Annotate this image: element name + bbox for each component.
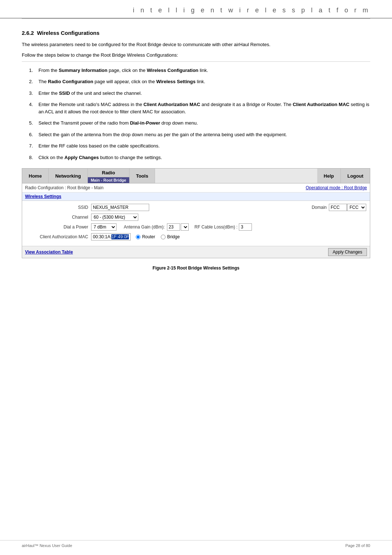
- steps-list: 1. From the Summary Information page, cl…: [29, 67, 370, 161]
- domain-select[interactable]: FCC ETSI: [347, 204, 366, 211]
- follow-paragraph: Follow the steps below to change the Roo…: [22, 52, 370, 58]
- rf-cable-loss-label: RF Cable Loss(dBm) :: [195, 224, 238, 230]
- nav-home[interactable]: Home: [22, 169, 49, 183]
- figure-caption: Figure 2-15 Root Bridge Wireless Setting…: [22, 266, 370, 271]
- list-item: 3. Enter the SSID of the unit and select…: [29, 90, 370, 97]
- list-item: 8. Click on the Apply Changes button to …: [29, 154, 370, 161]
- mac-row: Client Authorization MAC 00:30:1A:1F:49:…: [26, 233, 366, 240]
- form-area: SSID Domain FCC ETSI Channel 60 - (5300 …: [22, 201, 370, 246]
- router-radio[interactable]: [136, 235, 140, 239]
- list-item: 2. The Radio Configuration page will app…: [29, 78, 370, 85]
- domain-input[interactable]: [329, 204, 347, 211]
- mac-label: Client Authorization MAC: [26, 234, 91, 239]
- footer-left: airHaul™ Nexus User Guide: [22, 543, 72, 548]
- nav-radio-dropdown[interactable]: Main - Root Bridge: [88, 177, 129, 183]
- mac-value-static: 00:30:1A:1F:49:0F: [91, 233, 131, 240]
- router-option[interactable]: Router: [136, 234, 155, 239]
- ssid-row: SSID Domain FCC ETSI: [26, 204, 366, 211]
- antenna-gain-label: Antenna Gain (dBm):: [124, 224, 165, 230]
- bridge-radio[interactable]: [161, 235, 166, 239]
- divider: [22, 61, 370, 62]
- nav-bar: Home Networking Radio Main - Root Bridge…: [22, 169, 370, 183]
- antenna-gain-input[interactable]: [167, 223, 180, 231]
- channel-label: Channel: [26, 215, 91, 220]
- bridge-option[interactable]: Bridge: [161, 234, 180, 239]
- list-item: 5. Select the Transmit power of the radi…: [29, 119, 370, 127]
- apply-changes-button[interactable]: Apply Changes: [328, 248, 367, 256]
- nav-tools[interactable]: Tools: [130, 169, 155, 183]
- page-footer: airHaul™ Nexus User Guide Page 28 of 80: [0, 540, 392, 548]
- list-item: 7. Enter the RF cable loss based on the …: [29, 142, 370, 150]
- nav-networking[interactable]: Networking: [49, 169, 88, 183]
- radio-config-label: Radio Configuration : Root Bridge - Main: [25, 185, 103, 190]
- ui-panel: Home Networking Radio Main - Root Bridge…: [22, 168, 370, 258]
- nav-radio-label[interactable]: Radio: [88, 169, 129, 177]
- panel-bottom-bar: View Association Table Apply Changes: [22, 246, 370, 258]
- dial-power-label: Dial a Power: [26, 224, 91, 230]
- list-item: 6. Select the gain of the antenna from t…: [29, 131, 370, 138]
- sub-header: Radio Configuration : Root Bridge - Main…: [22, 183, 370, 193]
- nav-help[interactable]: Help: [317, 169, 341, 183]
- ssid-input[interactable]: [91, 204, 149, 211]
- operational-mode-link[interactable]: Operational mode : Root Bridge: [306, 185, 367, 190]
- page-header: i n t e l l i g e n t w i r e l e s s p …: [0, 0, 392, 19]
- ssid-label: SSID: [26, 205, 91, 210]
- mac-highlight: 1F:49:0F: [111, 234, 129, 239]
- list-item: 1. From the Summary Information page, cl…: [29, 67, 370, 74]
- domain-label: Domain: [312, 205, 327, 210]
- nav-radio[interactable]: Radio Main - Root Bridge: [88, 169, 130, 183]
- main-content: 2.6.2 Wireless Configurations The wirele…: [0, 19, 392, 285]
- view-association-link[interactable]: View Association Table: [25, 250, 73, 255]
- section-title: 2.6.2 Wireless Configurations: [22, 30, 370, 36]
- channel-select[interactable]: 60 - (5300 MHz): [91, 214, 138, 221]
- power-row: Dial a Power 7 dBm Antenna Gain (dBm): ▼…: [26, 223, 366, 231]
- rf-cable-loss-input[interactable]: [239, 223, 252, 231]
- footer-right: Page 28 of 80: [345, 543, 370, 548]
- antenna-gain-select[interactable]: ▼: [181, 223, 189, 231]
- list-item: 4. Enter the Remote unit radio's MAC add…: [29, 101, 370, 115]
- header-title: i n t e l l i g e n t w i r e l e s s p …: [133, 7, 370, 14]
- router-bridge-group: Router Bridge: [136, 234, 180, 239]
- wireless-settings-header[interactable]: Wireless Settings: [22, 193, 370, 201]
- nav-logout[interactable]: Logout: [341, 169, 370, 183]
- channel-row: Channel 60 - (5300 MHz): [26, 214, 366, 221]
- intro-paragraph: The wireless parameters need to be confi…: [22, 41, 370, 49]
- dial-power-select[interactable]: 7 dBm: [91, 223, 117, 231]
